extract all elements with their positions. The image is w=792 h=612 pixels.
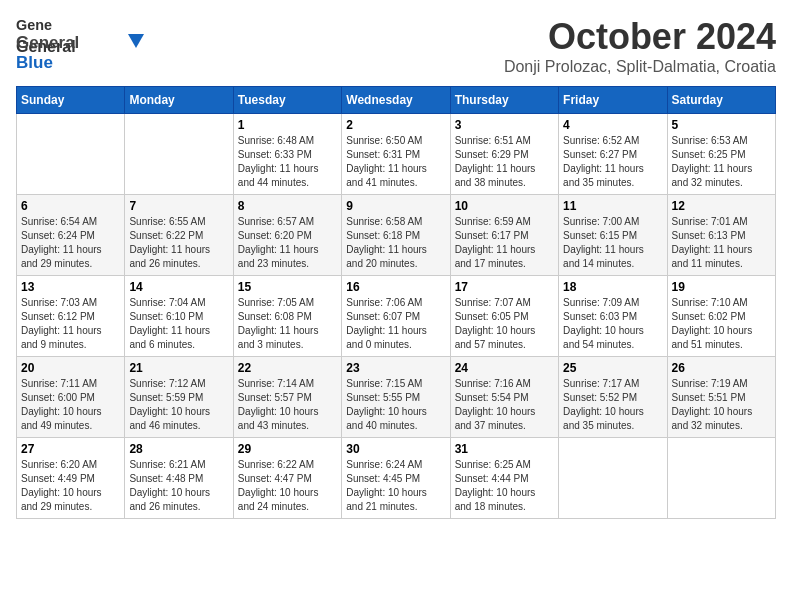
month-title: October 2024: [504, 16, 776, 58]
day-number: 14: [129, 280, 228, 294]
day-number: 2: [346, 118, 445, 132]
day-cell: 21Sunrise: 7:12 AM Sunset: 5:59 PM Dayli…: [125, 357, 233, 438]
day-number: 1: [238, 118, 337, 132]
day-info: Sunrise: 7:00 AM Sunset: 6:15 PM Dayligh…: [563, 215, 662, 271]
day-cell: 6Sunrise: 6:54 AM Sunset: 6:24 PM Daylig…: [17, 195, 125, 276]
day-info: Sunrise: 6:21 AM Sunset: 4:48 PM Dayligh…: [129, 458, 228, 514]
day-number: 16: [346, 280, 445, 294]
day-number: 13: [21, 280, 120, 294]
day-number: 27: [21, 442, 120, 456]
day-number: 12: [672, 199, 771, 213]
day-info: Sunrise: 7:10 AM Sunset: 6:02 PM Dayligh…: [672, 296, 771, 352]
day-cell: 16Sunrise: 7:06 AM Sunset: 6:07 PM Dayli…: [342, 276, 450, 357]
weekday-header-friday: Friday: [559, 87, 667, 114]
day-cell: 30Sunrise: 6:24 AM Sunset: 4:45 PM Dayli…: [342, 438, 450, 519]
day-info: Sunrise: 6:54 AM Sunset: 6:24 PM Dayligh…: [21, 215, 120, 271]
day-cell: 19Sunrise: 7:10 AM Sunset: 6:02 PM Dayli…: [667, 276, 775, 357]
day-info: Sunrise: 6:22 AM Sunset: 4:47 PM Dayligh…: [238, 458, 337, 514]
day-cell: 17Sunrise: 7:07 AM Sunset: 6:05 PM Dayli…: [450, 276, 558, 357]
week-row-4: 20Sunrise: 7:11 AM Sunset: 6:00 PM Dayli…: [17, 357, 776, 438]
day-number: 22: [238, 361, 337, 375]
day-info: Sunrise: 7:11 AM Sunset: 6:00 PM Dayligh…: [21, 377, 120, 433]
day-number: 9: [346, 199, 445, 213]
weekday-header-wednesday: Wednesday: [342, 87, 450, 114]
title-area: October 2024 Donji Prolozac, Split-Dalma…: [504, 16, 776, 76]
day-number: 30: [346, 442, 445, 456]
day-number: 19: [672, 280, 771, 294]
day-number: 8: [238, 199, 337, 213]
day-info: Sunrise: 6:57 AM Sunset: 6:20 PM Dayligh…: [238, 215, 337, 271]
weekday-header-sunday: Sunday: [17, 87, 125, 114]
day-number: 3: [455, 118, 554, 132]
day-info: Sunrise: 6:48 AM Sunset: 6:33 PM Dayligh…: [238, 134, 337, 190]
logo: General General General Blue: [16, 16, 146, 74]
day-cell: 2Sunrise: 6:50 AM Sunset: 6:31 PM Daylig…: [342, 114, 450, 195]
day-cell: 3Sunrise: 6:51 AM Sunset: 6:29 PM Daylig…: [450, 114, 558, 195]
day-info: Sunrise: 7:07 AM Sunset: 6:05 PM Dayligh…: [455, 296, 554, 352]
day-cell: 5Sunrise: 6:53 AM Sunset: 6:25 PM Daylig…: [667, 114, 775, 195]
day-info: Sunrise: 7:12 AM Sunset: 5:59 PM Dayligh…: [129, 377, 228, 433]
day-cell: 4Sunrise: 6:52 AM Sunset: 6:27 PM Daylig…: [559, 114, 667, 195]
day-info: Sunrise: 7:01 AM Sunset: 6:13 PM Dayligh…: [672, 215, 771, 271]
day-cell: 7Sunrise: 6:55 AM Sunset: 6:22 PM Daylig…: [125, 195, 233, 276]
day-number: 26: [672, 361, 771, 375]
day-cell: 14Sunrise: 7:04 AM Sunset: 6:10 PM Dayli…: [125, 276, 233, 357]
day-cell: [17, 114, 125, 195]
day-info: Sunrise: 6:24 AM Sunset: 4:45 PM Dayligh…: [346, 458, 445, 514]
day-number: 5: [672, 118, 771, 132]
day-cell: 26Sunrise: 7:19 AM Sunset: 5:51 PM Dayli…: [667, 357, 775, 438]
day-info: Sunrise: 6:25 AM Sunset: 4:44 PM Dayligh…: [455, 458, 554, 514]
day-cell: 31Sunrise: 6:25 AM Sunset: 4:44 PM Dayli…: [450, 438, 558, 519]
day-number: 7: [129, 199, 228, 213]
day-cell: 27Sunrise: 6:20 AM Sunset: 4:49 PM Dayli…: [17, 438, 125, 519]
day-cell: 13Sunrise: 7:03 AM Sunset: 6:12 PM Dayli…: [17, 276, 125, 357]
day-info: Sunrise: 7:19 AM Sunset: 5:51 PM Dayligh…: [672, 377, 771, 433]
day-info: Sunrise: 7:14 AM Sunset: 5:57 PM Dayligh…: [238, 377, 337, 433]
day-number: 28: [129, 442, 228, 456]
day-info: Sunrise: 7:09 AM Sunset: 6:03 PM Dayligh…: [563, 296, 662, 352]
week-row-5: 27Sunrise: 6:20 AM Sunset: 4:49 PM Dayli…: [17, 438, 776, 519]
day-number: 24: [455, 361, 554, 375]
day-cell: 28Sunrise: 6:21 AM Sunset: 4:48 PM Dayli…: [125, 438, 233, 519]
day-info: Sunrise: 7:06 AM Sunset: 6:07 PM Dayligh…: [346, 296, 445, 352]
day-cell: 15Sunrise: 7:05 AM Sunset: 6:08 PM Dayli…: [233, 276, 341, 357]
week-row-3: 13Sunrise: 7:03 AM Sunset: 6:12 PM Dayli…: [17, 276, 776, 357]
day-info: Sunrise: 6:53 AM Sunset: 6:25 PM Dayligh…: [672, 134, 771, 190]
day-cell: 18Sunrise: 7:09 AM Sunset: 6:03 PM Dayli…: [559, 276, 667, 357]
day-info: Sunrise: 6:58 AM Sunset: 6:18 PM Dayligh…: [346, 215, 445, 271]
day-info: Sunrise: 7:15 AM Sunset: 5:55 PM Dayligh…: [346, 377, 445, 433]
weekday-header-saturday: Saturday: [667, 87, 775, 114]
day-cell: 29Sunrise: 6:22 AM Sunset: 4:47 PM Dayli…: [233, 438, 341, 519]
svg-text:General: General: [16, 33, 79, 52]
calendar-table: SundayMondayTuesdayWednesdayThursdayFrid…: [16, 86, 776, 519]
day-info: Sunrise: 6:51 AM Sunset: 6:29 PM Dayligh…: [455, 134, 554, 190]
day-number: 15: [238, 280, 337, 294]
weekday-header-thursday: Thursday: [450, 87, 558, 114]
day-number: 10: [455, 199, 554, 213]
weekday-header-row: SundayMondayTuesdayWednesdayThursdayFrid…: [17, 87, 776, 114]
day-number: 20: [21, 361, 120, 375]
day-cell: 11Sunrise: 7:00 AM Sunset: 6:15 PM Dayli…: [559, 195, 667, 276]
header: General General General Blue October 202…: [16, 16, 776, 76]
week-row-1: 1Sunrise: 6:48 AM Sunset: 6:33 PM Daylig…: [17, 114, 776, 195]
day-cell: [559, 438, 667, 519]
weekday-header-tuesday: Tuesday: [233, 87, 341, 114]
svg-marker-3: [128, 34, 144, 48]
day-info: Sunrise: 7:05 AM Sunset: 6:08 PM Dayligh…: [238, 296, 337, 352]
day-number: 23: [346, 361, 445, 375]
full-logo-svg: General Blue: [16, 30, 146, 74]
svg-text:Blue: Blue: [16, 53, 53, 72]
day-info: Sunrise: 6:52 AM Sunset: 6:27 PM Dayligh…: [563, 134, 662, 190]
day-number: 17: [455, 280, 554, 294]
day-number: 21: [129, 361, 228, 375]
day-cell: 24Sunrise: 7:16 AM Sunset: 5:54 PM Dayli…: [450, 357, 558, 438]
day-number: 18: [563, 280, 662, 294]
day-number: 29: [238, 442, 337, 456]
day-info: Sunrise: 7:04 AM Sunset: 6:10 PM Dayligh…: [129, 296, 228, 352]
day-cell: 10Sunrise: 6:59 AM Sunset: 6:17 PM Dayli…: [450, 195, 558, 276]
day-cell: 8Sunrise: 6:57 AM Sunset: 6:20 PM Daylig…: [233, 195, 341, 276]
day-number: 11: [563, 199, 662, 213]
day-info: Sunrise: 7:17 AM Sunset: 5:52 PM Dayligh…: [563, 377, 662, 433]
location-title: Donji Prolozac, Split-Dalmatia, Croatia: [504, 58, 776, 76]
day-info: Sunrise: 6:59 AM Sunset: 6:17 PM Dayligh…: [455, 215, 554, 271]
